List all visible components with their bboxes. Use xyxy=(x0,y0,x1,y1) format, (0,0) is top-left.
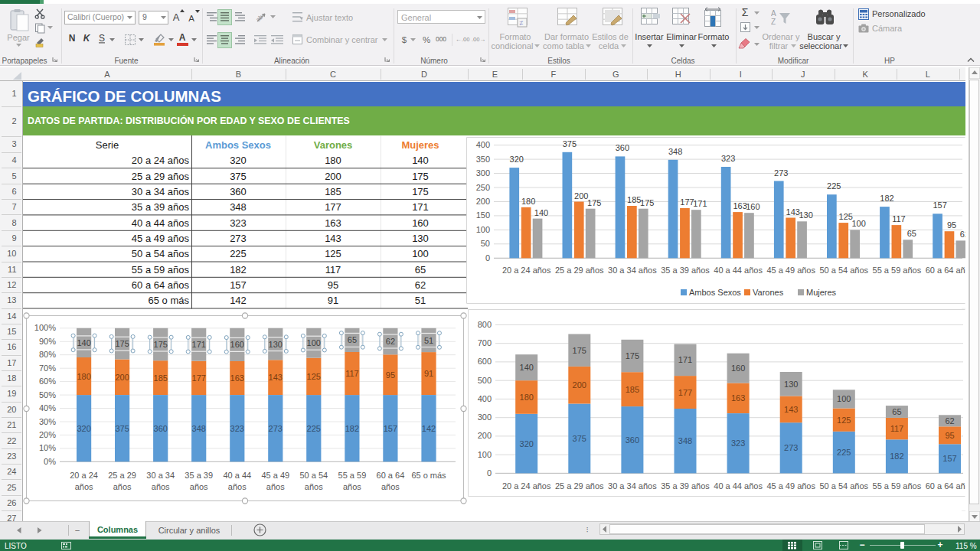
svg-text:Ambos Sexos: Ambos Sexos xyxy=(689,288,741,297)
svg-text:143: 143 xyxy=(269,373,283,382)
svg-text:171: 171 xyxy=(678,355,692,364)
svg-text:60 a 64: 60 a 64 xyxy=(377,471,405,480)
svg-text:40%: 40% xyxy=(39,403,56,412)
svg-text:157: 157 xyxy=(384,424,397,433)
svg-text:177: 177 xyxy=(678,388,692,397)
svg-text:35 a 39 años: 35 a 39 años xyxy=(661,481,710,491)
svg-text:348: 348 xyxy=(668,147,682,156)
svg-text:50 a 54 años: 50 a 54 años xyxy=(819,481,868,491)
svg-text:250: 250 xyxy=(476,183,490,192)
svg-text:35 a 39 años: 35 a 39 años xyxy=(661,266,710,275)
svg-text:175: 175 xyxy=(573,346,586,355)
svg-text:160: 160 xyxy=(746,202,760,211)
svg-text:62: 62 xyxy=(960,230,965,239)
svg-text:≠: ≠ xyxy=(520,19,524,27)
svg-text:400: 400 xyxy=(478,394,492,403)
svg-text:175: 175 xyxy=(115,339,129,348)
svg-text:90%: 90% xyxy=(39,337,56,346)
svg-text:30 a 34: 30 a 34 xyxy=(146,471,175,480)
svg-text:100: 100 xyxy=(478,450,492,459)
svg-text:40 a 44 años: 40 a 44 años xyxy=(714,266,763,275)
svg-text:360: 360 xyxy=(154,424,168,433)
svg-text:años: años xyxy=(228,482,247,491)
svg-text:140: 140 xyxy=(520,363,534,372)
svg-text:20 a 24 años: 20 a 24 años xyxy=(502,266,551,275)
svg-text:140: 140 xyxy=(77,338,90,347)
svg-text:163: 163 xyxy=(230,373,244,383)
svg-text:125: 125 xyxy=(837,416,851,425)
svg-text:157: 157 xyxy=(933,201,946,210)
svg-text:125: 125 xyxy=(307,372,321,381)
svg-text:117: 117 xyxy=(345,369,359,378)
svg-text:años: años xyxy=(152,482,170,491)
svg-text:30%: 30% xyxy=(39,417,56,426)
svg-text:20 a 24: 20 a 24 xyxy=(70,471,98,480)
svg-text:182: 182 xyxy=(890,452,903,461)
svg-text:25 a 29 años: 25 a 29 años xyxy=(555,481,604,491)
svg-text:años: años xyxy=(190,482,208,491)
svg-text:185: 185 xyxy=(627,195,641,204)
svg-text:140: 140 xyxy=(534,208,548,217)
svg-text:95: 95 xyxy=(386,370,395,380)
svg-text:130: 130 xyxy=(799,210,812,220)
svg-text:177: 177 xyxy=(680,197,694,207)
svg-text:273: 273 xyxy=(784,443,798,452)
svg-text:375: 375 xyxy=(563,139,577,148)
svg-text:273: 273 xyxy=(269,424,283,433)
svg-text:143: 143 xyxy=(784,405,798,414)
svg-text:30 a 34 años: 30 a 34 años xyxy=(608,266,657,275)
svg-text:51: 51 xyxy=(424,336,433,345)
svg-text:95: 95 xyxy=(947,220,956,230)
svg-text:40 a 44 años: 40 a 44 años xyxy=(714,481,763,491)
svg-text:50%: 50% xyxy=(39,390,56,399)
svg-text:175: 175 xyxy=(154,340,168,349)
svg-text:185: 185 xyxy=(626,385,639,394)
svg-text:Z: Z xyxy=(771,18,776,26)
svg-text:375: 375 xyxy=(115,424,129,433)
svg-text:200: 200 xyxy=(115,373,129,382)
svg-text:A: A xyxy=(771,9,776,18)
svg-text:62: 62 xyxy=(945,416,954,425)
svg-text:45 a 49: 45 a 49 xyxy=(261,471,289,480)
svg-text:163: 163 xyxy=(733,201,746,210)
svg-text:225: 225 xyxy=(827,181,841,191)
svg-text:160: 160 xyxy=(731,364,745,373)
svg-text:50: 50 xyxy=(481,239,490,248)
svg-text:143: 143 xyxy=(786,207,800,217)
svg-text:200: 200 xyxy=(476,197,490,206)
svg-text:45 a 49 años: 45 a 49 años xyxy=(766,266,815,275)
svg-text:182: 182 xyxy=(345,424,359,433)
svg-text:62: 62 xyxy=(386,337,395,346)
svg-text:10%: 10% xyxy=(39,443,56,452)
svg-text:130: 130 xyxy=(784,380,798,389)
svg-text:25 a 29 años: 25 a 29 años xyxy=(555,266,604,275)
svg-text:320: 320 xyxy=(520,439,534,448)
svg-text:95: 95 xyxy=(945,431,954,440)
svg-text:300: 300 xyxy=(478,412,492,422)
svg-text:160: 160 xyxy=(230,340,244,349)
svg-text:65 o más: 65 o más xyxy=(411,471,446,480)
svg-text:180: 180 xyxy=(77,372,90,381)
svg-text:200: 200 xyxy=(478,431,492,440)
svg-text:35 a 39: 35 a 39 xyxy=(185,471,213,480)
svg-text:375: 375 xyxy=(573,434,586,443)
svg-text:años: años xyxy=(305,482,323,491)
svg-text:348: 348 xyxy=(192,424,206,433)
svg-text:60 a 64 años: 60 a 64 años xyxy=(926,481,965,491)
svg-text:100%: 100% xyxy=(34,323,56,332)
svg-text:163: 163 xyxy=(731,393,745,403)
svg-text:400: 400 xyxy=(476,140,490,149)
svg-text:55 a 59: 55 a 59 xyxy=(338,471,367,480)
svg-text:360: 360 xyxy=(616,143,629,152)
svg-text:185: 185 xyxy=(154,373,168,383)
svg-text:65: 65 xyxy=(892,407,901,416)
svg-text:91: 91 xyxy=(424,369,433,378)
svg-text:200: 200 xyxy=(574,191,588,201)
svg-text:100: 100 xyxy=(476,225,490,234)
svg-text:20%: 20% xyxy=(39,430,56,439)
svg-text:323: 323 xyxy=(731,439,745,448)
svg-text:100: 100 xyxy=(307,338,321,347)
svg-text:60 a 64 años: 60 a 64 años xyxy=(926,266,965,275)
svg-text:25 a 29: 25 a 29 xyxy=(108,471,136,480)
svg-text:200: 200 xyxy=(573,380,586,390)
